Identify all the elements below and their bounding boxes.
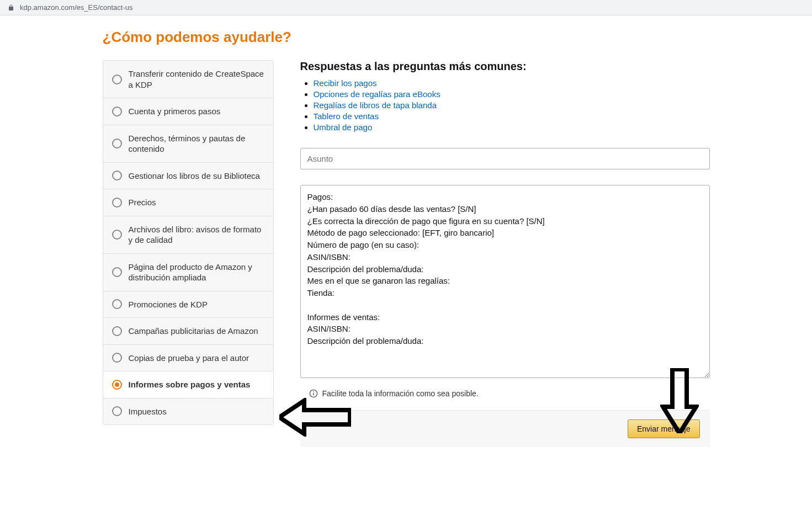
sidebar-item[interactable]: Promociones de KDP xyxy=(103,291,273,318)
hint-row: Facilite toda la información como sea po… xyxy=(300,389,710,398)
sidebar-item-label: Informes sobre pagos y ventas xyxy=(129,379,251,390)
radio-icon xyxy=(112,353,122,363)
sidebar-item-label: Promociones de KDP xyxy=(129,299,208,310)
radio-icon xyxy=(112,267,122,277)
sidebar-item[interactable]: Transferir contenido de CreateSpace a KD… xyxy=(103,61,273,98)
faq-list-item: Umbral de pago xyxy=(314,123,710,132)
sidebar-item-label: Campañas publicitarias de Amazon xyxy=(129,326,258,337)
radio-icon xyxy=(112,230,122,240)
sidebar-item[interactable]: Campañas publicitarias de Amazon xyxy=(103,318,273,345)
radio-icon xyxy=(112,299,122,309)
sidebar-item-label: Impuestos xyxy=(129,406,167,417)
sidebar-item-label: Copias de prueba y para el autor xyxy=(129,353,249,364)
sidebar-item-label: Página del producto de Amazon y distribu… xyxy=(129,262,264,283)
faq-list-item: Tablero de ventas xyxy=(314,111,710,121)
sidebar-item[interactable]: Gestionar los libros de su Biblioteca xyxy=(103,163,273,190)
message-textarea[interactable] xyxy=(300,185,710,378)
hint-text: Facilite toda la información como sea po… xyxy=(322,389,479,398)
sidebar-item[interactable]: Derechos, términos y pautas de contenido xyxy=(103,125,273,163)
faq-link[interactable]: Tablero de ventas xyxy=(314,111,379,121)
sidebar-item[interactable]: Copias de prueba y para el autor xyxy=(103,345,273,372)
sidebar-item[interactable]: Precios xyxy=(103,189,273,216)
radio-icon xyxy=(112,139,122,148)
svg-rect-2 xyxy=(313,391,314,392)
sidebar-item-label: Derechos, términos y pautas de contenido xyxy=(129,133,264,155)
radio-icon xyxy=(112,326,122,336)
topic-sidebar: Transferir contenido de CreateSpace a KD… xyxy=(103,60,274,425)
sidebar-item[interactable]: Impuestos xyxy=(103,398,273,425)
sidebar-item-label: Precios xyxy=(129,197,156,208)
sidebar-item[interactable]: Página del producto de Amazon y distribu… xyxy=(103,254,273,291)
lock-icon xyxy=(8,4,14,12)
faq-link[interactable]: Opciones de regalías para eBooks xyxy=(314,89,441,99)
sidebar-item-label: Transferir contenido de CreateSpace a KD… xyxy=(129,68,264,90)
submit-button[interactable]: Enviar mensaje xyxy=(628,419,700,438)
faq-list-item: Regalías de libros de tapa blanda xyxy=(314,100,710,110)
sidebar-item[interactable]: Informes sobre pagos y ventas xyxy=(103,371,273,398)
radio-icon xyxy=(112,171,122,180)
radio-icon xyxy=(112,75,122,84)
sidebar-item-label: Archivos del libro: avisos de formato y … xyxy=(129,224,264,246)
radio-icon xyxy=(112,380,122,390)
sidebar-item[interactable]: Archivos del libro: avisos de formato y … xyxy=(103,216,273,254)
faq-link[interactable]: Regalías de libros de tapa blanda xyxy=(314,100,437,110)
faq-link[interactable]: Recibir los pagos xyxy=(314,78,377,88)
main-content: Respuestas a las preguntas más comunes: … xyxy=(300,60,710,447)
radio-icon xyxy=(112,406,122,416)
radio-icon xyxy=(112,107,122,116)
browser-address-bar: kdp.amazon.com/es_ES/contact-us xyxy=(0,0,812,15)
faq-list-item: Recibir los pagos xyxy=(314,78,710,88)
sidebar-item[interactable]: Cuenta y primeros pasos xyxy=(103,98,273,125)
svg-rect-1 xyxy=(313,393,314,396)
url-text: kdp.amazon.com/es_ES/contact-us xyxy=(20,3,133,12)
faq-heading: Respuestas a las preguntas más comunes: xyxy=(300,60,710,73)
form-footer: Enviar mensaje xyxy=(300,410,710,447)
faq-list: Recibir los pagosOpciones de regalías pa… xyxy=(300,78,710,132)
faq-list-item: Opciones de regalías para eBooks xyxy=(314,89,710,99)
info-icon xyxy=(309,389,318,398)
page-title: ¿Cómo podemos ayudarle? xyxy=(103,29,710,46)
sidebar-item-label: Gestionar los libros de su Biblioteca xyxy=(129,171,260,182)
subject-input[interactable] xyxy=(300,148,710,169)
sidebar-item-label: Cuenta y primeros pasos xyxy=(129,106,221,117)
faq-link[interactable]: Umbral de pago xyxy=(314,123,373,132)
radio-icon xyxy=(112,198,122,208)
